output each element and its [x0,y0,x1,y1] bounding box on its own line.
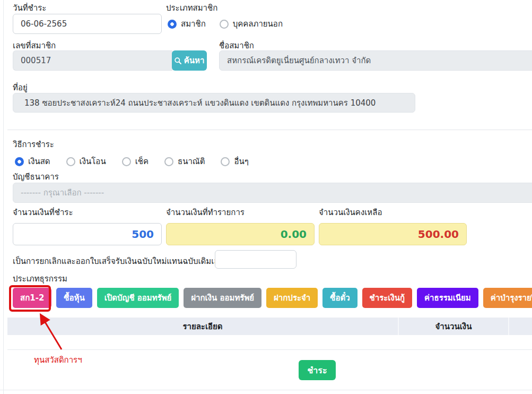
payment-date-label: วันที่ชำระ [13,2,46,14]
transaction-type-button-3[interactable]: ฝากเงิน ออมทรัพย์ [184,288,261,308]
member-type-option-label: บุคคลภายนอก [233,18,283,30]
transaction-type-button-6[interactable]: ชำระเงินกู้ [362,288,413,308]
payment-method-option-label: เงินสด [28,155,50,168]
search-button-label: ค้นหา [184,54,205,67]
member-type-option-0[interactable]: สมาชิก [168,18,206,30]
payment-method-radio-unselected-icon[interactable] [66,157,75,166]
transaction-type-label: ประเภทธุรกรรม [13,272,67,285]
address-label: ที่อยู่ [13,81,28,94]
amount-paid-input[interactable]: 500 [13,223,162,245]
amount-remaining-label: จำนวนเงินคงเหลือ [319,206,382,219]
member-no-group: 000517 ค้นหา [13,50,207,71]
table-header-spacer [509,318,532,335]
payment-method-label: วิธีการชำระ [13,138,54,151]
payment-method-option-label: อื่นๆ [234,155,248,168]
payment-method-option-0[interactable]: เงินสด [15,155,50,168]
page-left-border [3,0,4,394]
bank-account-select[interactable]: ------- กรุณาเลือก ------- [13,183,532,203]
transaction-type-button-0-annotated[interactable]: สก1-2 [13,288,51,308]
member-type-option-1[interactable]: บุคคลภายนอก [220,18,283,30]
payment-method-option-label: เงินโอน [80,155,106,168]
amount-paid-label: จำนวนเงินที่ชำระ [13,206,73,219]
payment-method-option-4[interactable]: อื่นๆ [221,155,248,168]
member-type-radio-unselected-icon[interactable] [220,20,229,29]
member-no-input[interactable]: 000517 [13,50,172,71]
member-type-label: ประเภทสมาชิก [166,2,217,14]
table-header-amount: จำนวนเงิน [399,318,509,335]
transaction-type-button-5[interactable]: ซื้อตั๋ว [322,288,357,308]
payment-method-option-1[interactable]: เงินโอน [66,155,106,168]
transaction-type-button-1[interactable]: ซื้อหุ้น [56,288,92,308]
address-input[interactable]: 138 ซอยประชาสงเคราะห์24 ถนนประชาสงเคราะห… [13,93,415,113]
transaction-type-button-8[interactable]: ค่าบำรุงรายปี [483,288,532,308]
amount-transacted-label: จำนวนเงินที่ทำรายการ [166,206,245,219]
search-icon [175,57,181,64]
amount-remaining-input: 500.00 [319,223,467,245]
search-button[interactable]: ค้นหา [172,50,207,71]
section-divider [7,130,532,130]
payment-method-radio-unselected-icon[interactable] [221,157,230,166]
payment-method-radio-unselected-icon[interactable] [122,157,131,166]
transaction-type-button-7[interactable]: ค่าธรรมเนียม [417,288,478,308]
payment-method-option-label: ธนาณัติ [178,155,205,168]
payment-form-page: วันที่ชำระ 06-06-2565 ประเภทสมาชิก สมาชิ… [0,0,532,394]
payment-method-radio-selected-icon[interactable] [15,157,24,166]
items-table-empty-body [7,335,532,350]
payment-method-radio-group: เงินสดเงินโอนเช็คธนาณัติอื่นๆ [15,155,249,168]
payment-method-option-label: เช็ค [135,155,149,168]
transaction-type-button-2[interactable]: เปิดบัญชี ออมทรัพย์ [97,288,179,308]
table-header-details: รายละเอียด [7,318,399,335]
member-type-option-label: สมาชิก [181,18,206,30]
transaction-type-button-row: สก1-2ซื้อหุ้นเปิดบัญชี ออมทรัพย์ฝากเงิน … [13,288,532,308]
annotation-text: ทุนสวัสดิการฯ [34,354,82,366]
member-name-input[interactable]: สหกรณ์เครดิตยูเนี่ยนศูนย์กลางเทวา จำกัด [219,50,532,71]
page-bottom-border [0,390,532,390]
replacement-receipt-input[interactable] [215,250,296,269]
items-table-header: รายละเอียด จำนวนเงิน [7,318,532,335]
replacement-receipt-label: เป็นการยกเลิกและออกใบเสร็จรับเงินฉบับใหม… [13,255,230,268]
payment-method-radio-unselected-icon[interactable] [164,157,173,166]
member-type-radio-group: สมาชิกบุคคลภายนอก [168,18,283,30]
amount-transacted-input: 0.00 [166,223,315,245]
bank-account-label: บัญชีธนาคาร [13,170,59,183]
payment-method-option-2[interactable]: เช็ค [122,155,149,168]
transaction-type-button-4[interactable]: ฝากประจำ [266,288,318,308]
payment-method-option-3[interactable]: ธนาณัติ [164,155,205,168]
payment-date-input[interactable]: 06-06-2565 [13,14,162,34]
pay-button[interactable]: ชำระ [299,360,336,380]
member-type-radio-selected-icon[interactable] [168,20,177,29]
